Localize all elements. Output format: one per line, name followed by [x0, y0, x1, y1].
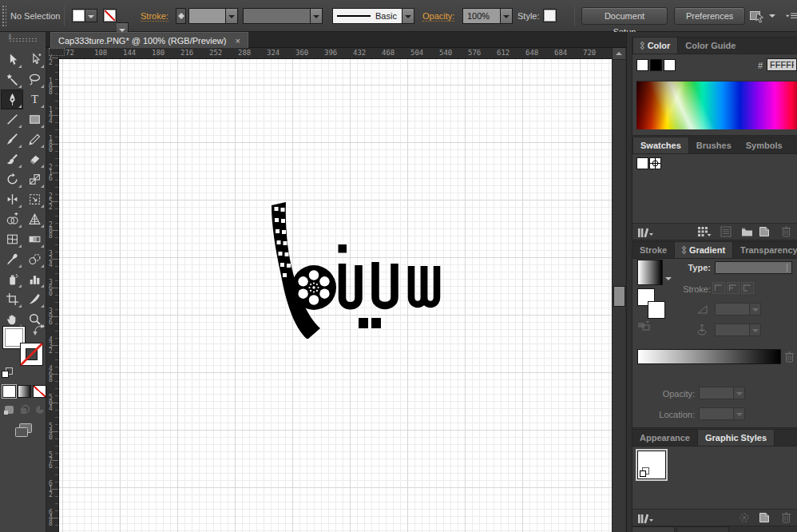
column-graph-tool[interactable]	[23, 269, 46, 289]
swatch-kinds-menu-icon[interactable]	[697, 226, 712, 237]
vertical-scrollbar[interactable]	[612, 48, 625, 532]
rectangle-tool[interactable]	[23, 109, 46, 129]
tab-symbols[interactable]: Symbols	[739, 137, 790, 153]
chevron-down-icon[interactable]	[402, 9, 414, 23]
vertical-ruler[interactable]: 7 21 0 81 4 41 8 02 1 62 5 22 8 83 2 43 …	[46, 54, 59, 532]
color-white-swatch[interactable]	[664, 59, 676, 71]
selection-tool[interactable]	[1, 50, 23, 69]
select-similar-dropdown[interactable]	[769, 14, 775, 21]
control-panel-menu-icon[interactable]	[786, 12, 797, 20]
gradient-angle-combo[interactable]	[715, 303, 761, 316]
magic-wand-tool[interactable]	[1, 69, 23, 89]
paintbrush-tool[interactable]	[1, 129, 23, 149]
delete-stop-icon[interactable]	[784, 351, 795, 363]
reverse-gradient-icon[interactable]	[637, 320, 652, 332]
unlink-style-icon[interactable]	[738, 511, 751, 524]
chevron-down-icon[interactable]	[500, 9, 512, 23]
chevron-down-icon[interactable]	[310, 9, 322, 23]
width-profile-combo[interactable]	[243, 8, 323, 24]
draw-normal-icon[interactable]	[3, 404, 16, 415]
color-spectrum[interactable]	[636, 81, 797, 129]
gradient-stroke-buttons[interactable]	[712, 282, 755, 294]
new-graphic-style-icon[interactable]	[759, 512, 770, 523]
screen-mode-icon[interactable]	[14, 422, 34, 438]
perspective-grid-tool[interactable]	[23, 209, 46, 229]
none-mode-button[interactable]	[33, 385, 46, 398]
tab-graphic-styles[interactable]: Graphic Styles	[697, 430, 775, 446]
close-icon[interactable]: ×	[235, 36, 240, 46]
free-transform-tool[interactable]	[23, 189, 46, 209]
pen-tool[interactable]	[1, 89, 23, 109]
color-black-swatch[interactable]	[650, 59, 662, 71]
style-libraries-icon[interactable]	[637, 512, 653, 524]
shape-builder-tool[interactable]	[1, 209, 23, 229]
new-color-group-icon[interactable]	[741, 226, 753, 237]
color-mode-button[interactable]	[2, 385, 16, 398]
delete-style-icon[interactable]	[781, 511, 791, 523]
opacity-combo[interactable]: 100%	[462, 8, 513, 24]
tab-gradient[interactable]: ◇ ◇Gradient	[674, 242, 733, 258]
tab-brushes[interactable]: Brushes	[689, 137, 739, 153]
fill-color-swatch[interactable]	[72, 9, 85, 22]
slice-tool[interactable]	[23, 289, 46, 309]
tab-color[interactable]: ◇ ◇Color	[632, 38, 678, 54]
gradient-mode-button[interactable]	[18, 385, 31, 398]
scrollbar-thumb[interactable]	[613, 286, 625, 307]
artboard[interactable]: سينما	[59, 59, 612, 532]
gradient-aspect-combo[interactable]	[715, 324, 761, 336]
gradient-slider[interactable]	[637, 349, 781, 364]
collapsed-panel-tab[interactable]	[632, 526, 675, 532]
tools-panel-grip[interactable]	[9, 38, 38, 42]
default-graphic-style-item[interactable]	[637, 451, 666, 479]
tab-swatches[interactable]: Swatches	[632, 137, 689, 153]
scroll-up-icon[interactable]	[613, 48, 625, 60]
blob-brush-tool[interactable]	[1, 149, 23, 169]
eyedropper-tool[interactable]	[1, 249, 23, 269]
tab-color-guide[interactable]: Color Guide	[678, 38, 743, 54]
brush-definition-combo[interactable]: Basic	[332, 8, 414, 24]
stroke-weight-combo[interactable]	[188, 8, 238, 24]
swatch-none[interactable]	[636, 157, 648, 169]
cinema-logo-artwork[interactable]: سينما	[264, 198, 449, 339]
opacity-panel-link[interactable]: Opacity:	[422, 11, 454, 22]
draw-inside-icon[interactable]	[34, 404, 46, 415]
gradient-tool[interactable]	[23, 229, 46, 249]
artboard-tool[interactable]	[1, 289, 23, 309]
stroke-color-swatch[interactable]	[103, 9, 117, 22]
style-swatch[interactable]	[543, 9, 557, 22]
draw-behind-icon[interactable]	[18, 404, 31, 415]
fill-color-dropdown[interactable]	[85, 9, 97, 22]
swatch-options-icon[interactable]	[720, 226, 732, 237]
gradient-opacity-combo[interactable]	[699, 387, 745, 399]
pencil-tool[interactable]	[23, 129, 46, 149]
select-similar-objects-icon[interactable]	[749, 9, 767, 23]
preferences-button[interactable]: Preferences	[674, 7, 745, 25]
panel-grip[interactable]	[2, 5, 6, 27]
gradient-location-combo[interactable]	[699, 407, 745, 420]
gradient-type-combo[interactable]	[715, 261, 792, 274]
tab-appearance[interactable]: Appearance	[632, 430, 697, 446]
scale-tool[interactable]	[23, 169, 46, 189]
chevron-down-icon[interactable]	[225, 9, 237, 23]
symbol-sprayer-tool[interactable]	[1, 269, 23, 289]
gradient-menu-dropdown[interactable]	[665, 277, 672, 284]
color-none-swatch[interactable]	[636, 59, 648, 71]
document-setup-button[interactable]: Document Setup	[581, 7, 668, 25]
type-tool[interactable]: T	[23, 89, 46, 109]
swatch-libraries-icon[interactable]	[637, 226, 653, 238]
new-swatch-icon[interactable]	[759, 226, 770, 237]
delete-swatch-icon[interactable]	[781, 225, 791, 237]
swap-fill-stroke-icon[interactable]	[33, 324, 45, 335]
default-fill-stroke-icon[interactable]	[2, 367, 14, 379]
swatch-registration[interactable]	[649, 157, 661, 169]
stroke-indicator[interactable]	[20, 343, 43, 366]
width-tool[interactable]	[1, 189, 23, 209]
hex-value-input[interactable]	[767, 58, 797, 71]
eraser-tool[interactable]	[23, 149, 46, 169]
mesh-tool[interactable]	[1, 229, 23, 249]
horizontal-ruler[interactable]: 7210814418021625228832436039643246850454…	[59, 48, 612, 59]
tab-transparency[interactable]: Transparency	[733, 242, 797, 258]
stroke-weight-stepper[interactable]	[176, 8, 186, 24]
lasso-tool[interactable]	[23, 69, 46, 89]
stroke-panel-link[interactable]: Stroke:	[141, 11, 169, 22]
